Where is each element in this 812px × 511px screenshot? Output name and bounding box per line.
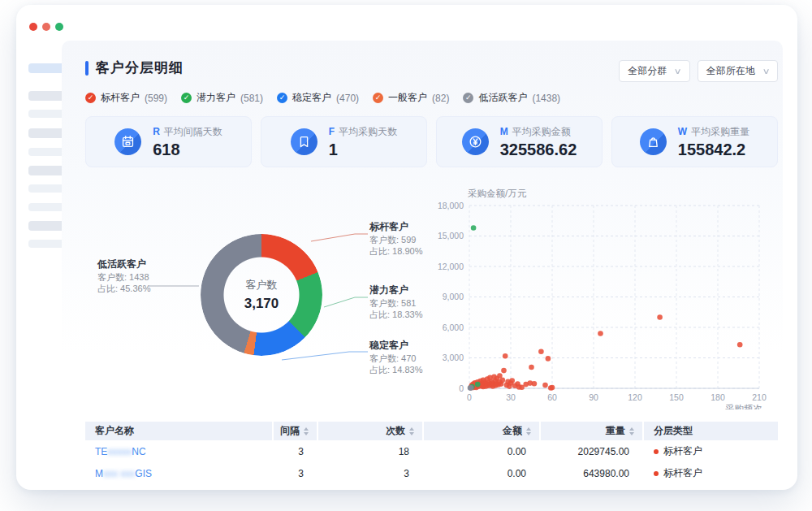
sort-icon[interactable] <box>526 427 531 435</box>
scatter-point-标杆客户 <box>503 353 508 359</box>
legend-label: 潜力客户 <box>197 91 235 105</box>
cell-times: 3 <box>318 462 422 484</box>
legend-item-0[interactable]: ✓标杆客户(599) <box>85 91 167 105</box>
check-circle-icon: ✓ <box>463 93 473 103</box>
check-circle-icon: ✓ <box>277 93 287 103</box>
column-header-4[interactable]: 重量 <box>541 422 642 440</box>
stat-letter: R <box>153 126 160 137</box>
scatter-point-标杆客户 <box>550 385 555 391</box>
scatter-point-标杆客户 <box>509 378 515 383</box>
donut-label-3: 低活跃客户客户数: 1438占比: 45.36% <box>97 258 150 294</box>
stat-card-W: W平均采购重量155842.2 <box>611 116 778 167</box>
window-dot-0[interactable] <box>29 23 37 31</box>
sort-down-caret <box>526 432 531 435</box>
column-header-label: 客户名称 <box>95 424 134 438</box>
cell-customer-name: Mxxx xxxGIS <box>85 462 272 484</box>
window-dot-1[interactable] <box>42 23 50 31</box>
sort-up-caret <box>409 427 414 431</box>
donut-label-pct: 占比: 45.36% <box>97 283 150 294</box>
y-tick-label: 3,000 <box>443 353 464 362</box>
segment-type-label: 标杆客户 <box>663 444 702 458</box>
cell-interval: 3 <box>274 462 317 484</box>
sidebar-menu-item-4[interactable] <box>28 148 64 156</box>
cell-weight: 643980.00 <box>541 462 642 484</box>
column-header-3[interactable]: 金额 <box>424 422 539 440</box>
sort-up-caret <box>526 427 531 431</box>
yen-coin-icon <box>462 128 489 155</box>
x-tick-label: 0 <box>467 392 472 402</box>
stat-value: 618 <box>153 141 222 159</box>
y-axis-title: 采购金额/万元 <box>468 188 527 198</box>
y-tick-label: 9,000 <box>443 292 464 301</box>
scatter-point-标杆客户 <box>657 314 663 320</box>
location-filter[interactable]: 全部所在地∨ <box>698 60 778 82</box>
window-dot-2[interactable] <box>55 23 63 31</box>
name-redacted: xxxxx <box>107 446 132 457</box>
sidebar-menu-item-5[interactable] <box>28 166 64 175</box>
legend-item-1[interactable]: ✓潜力客户(581) <box>181 91 263 105</box>
column-header-label: 分层类型 <box>654 424 693 438</box>
sidebar-menu-item-2[interactable] <box>28 110 64 118</box>
name-visible-start: TE <box>95 446 107 457</box>
y-tick-label: 6,000 <box>443 323 464 332</box>
group-filter[interactable]: 全部分群∨ <box>619 60 689 82</box>
scatter-point-标杆客户 <box>542 383 548 388</box>
name-redacted: xxx xxx <box>103 468 135 479</box>
stat-card-F: F平均采购天数1 <box>261 116 427 167</box>
column-header-1[interactable]: 间隔 <box>274 422 317 440</box>
page-title-wrap: 客户分层明细 <box>85 58 184 77</box>
donut-label-count: 客户数: 599 <box>369 234 422 245</box>
name-visible-start: M <box>95 468 103 479</box>
customer-name-link[interactable]: Mxxx xxxGIS <box>95 468 152 479</box>
legend-count: (599) <box>145 93 167 104</box>
shopping-bag-icon <box>640 128 667 155</box>
sort-up-caret <box>629 427 634 431</box>
sort-down-caret <box>409 432 414 435</box>
legend-label: 稳定客户 <box>292 91 331 105</box>
donut-label-name: 潜力客户 <box>369 284 422 296</box>
cell-interval: 3 <box>274 440 317 462</box>
stat-letter: M <box>500 126 508 137</box>
cell-segment-type: 标杆客户 <box>644 462 778 484</box>
x-tick-label: 180 <box>710 392 725 402</box>
legend-label: 标杆客户 <box>101 91 140 105</box>
donut-label-name: 稳定客户 <box>369 340 422 351</box>
chevron-down-icon: ∨ <box>674 67 682 76</box>
stat-value: 325586.62 <box>500 141 577 159</box>
x-tick-label: 90 <box>589 392 598 402</box>
scatter-point-标杆客户 <box>538 349 544 355</box>
segment-legend: ✓标杆客户(599)✓潜力客户(581)✓稳定客户(470)✓一般客户(82)✓… <box>85 91 560 105</box>
filter-bar: 全部分群∨全部所在地∨ <box>619 60 778 82</box>
chevron-down-icon: ∨ <box>762 67 770 76</box>
sidebar-menu-item-6[interactable] <box>28 184 64 193</box>
legend-count: (1438) <box>532 93 560 104</box>
sort-icon[interactable] <box>304 427 309 435</box>
cell-segment-type: 标杆客户 <box>644 440 778 462</box>
name-visible-end: NC <box>132 446 145 457</box>
bookmark-icon <box>291 128 317 155</box>
donut-label-pct: 占比: 18.90% <box>369 245 422 257</box>
y-tick-label: 0 <box>459 383 464 393</box>
sort-icon[interactable] <box>629 427 634 435</box>
donut-label-count: 客户数: 581 <box>369 297 422 309</box>
x-tick-label: 60 <box>547 392 557 402</box>
legend-item-2[interactable]: ✓稳定客户(470) <box>277 91 359 105</box>
title-accent-bar <box>85 61 89 76</box>
sort-icon[interactable] <box>409 427 414 435</box>
donut-label-1: 潜力客户客户数: 581占比: 18.33% <box>369 284 422 320</box>
sidebar-menu-item-7[interactable] <box>28 203 64 211</box>
donut-label-pct: 占比: 18.33% <box>369 309 422 320</box>
sidebar-menu-item-9[interactable] <box>28 240 64 248</box>
column-header-label: 金额 <box>503 424 522 438</box>
legend-label: 一般客户 <box>388 91 427 105</box>
customer-name-link[interactable]: TExxxxxNC <box>95 446 146 457</box>
stat-label: M平均采购金额 <box>500 125 577 139</box>
column-header-2[interactable]: 次数 <box>318 422 422 440</box>
cell-customer-name: TExxxxxNC <box>85 440 272 462</box>
legend-item-3[interactable]: ✓一般客户(82) <box>373 91 449 105</box>
segment-type-label: 标杆客户 <box>663 466 702 480</box>
x-axis-title: 采购频次 <box>725 404 762 409</box>
legend-item-4[interactable]: ✓低活跃客户(1438) <box>463 91 560 105</box>
leader-line-1 <box>324 297 368 307</box>
cell-amount: 0.00 <box>424 462 539 484</box>
